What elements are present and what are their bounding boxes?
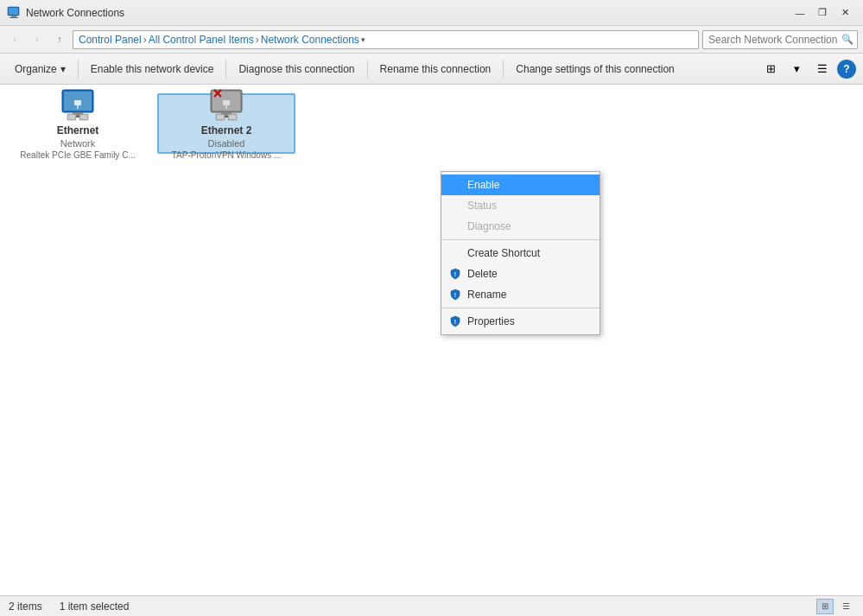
enable-network-button[interactable]: Enable this network device — [83, 57, 222, 81]
ctx-rename[interactable]: ! Rename — [441, 284, 600, 305]
up-button[interactable]: ↑ — [50, 30, 69, 49]
path-control-panel[interactable]: Control Panel — [79, 34, 142, 46]
search-box[interactable]: 🔍 — [702, 30, 858, 49]
ctx-diagnose[interactable]: Diagnose — [441, 216, 600, 237]
svg-rect-18 — [223, 100, 230, 105]
svg-rect-8 — [74, 100, 81, 105]
status-icon — [448, 199, 462, 213]
close-button[interactable]: ✕ — [834, 4, 856, 22]
change-settings-button[interactable]: Change settings of this connection — [508, 57, 682, 81]
title-bar: Network Connections — ❐ ✕ — [0, 0, 863, 26]
svg-rect-1 — [9, 8, 18, 15]
path-dropdown-icon[interactable]: ▾ — [361, 35, 365, 44]
svg-text:!: ! — [454, 292, 456, 298]
rename-shield-icon: ! — [448, 288, 462, 302]
ctx-status[interactable]: Status — [441, 195, 600, 216]
toolbar: Organize ▾ Enable this network device Di… — [0, 54, 863, 85]
svg-text:!: ! — [454, 271, 456, 277]
status-bar-right: ⊞ ☰ — [816, 599, 854, 614]
ctx-enable[interactable]: Enable — [441, 175, 600, 195]
selected-count: 1 item selected — [60, 600, 130, 613]
svg-rect-2 — [11, 16, 16, 17]
ctx-separator-2 — [441, 308, 600, 308]
window-title: Network Connections — [26, 7, 124, 19]
diagnose-icon — [448, 219, 462, 233]
ethernet-name: Ethernet — [57, 124, 99, 137]
toolbar-separator-3 — [367, 60, 368, 79]
ethernet2-icon — [206, 88, 247, 123]
shortcut-icon — [448, 246, 462, 260]
address-bar: ‹ › ↑ Control Panel › All Control Panel … — [0, 26, 863, 54]
ethernet-status: Network — [60, 138, 95, 149]
svg-rect-23 — [229, 115, 236, 119]
ctx-create-shortcut[interactable]: Create Shortcut — [441, 243, 600, 264]
help-button[interactable]: ? — [837, 60, 856, 79]
address-path: Control Panel › All Control Panel Items … — [73, 30, 699, 49]
window-controls: — ❐ ✕ — [789, 4, 856, 22]
content-area: Ethernet Network Realtek PCIe GBE Family… — [0, 85, 863, 595]
enable-icon — [448, 178, 462, 192]
ctx-delete[interactable]: ! Delete — [441, 264, 600, 284]
context-menu: Enable Status Diagnose Create Shortcut !… — [441, 171, 600, 335]
organize-dropdown-icon: ▾ — [60, 63, 66, 75]
ethernet2-status: Disabled — [208, 138, 245, 149]
ethernet-item[interactable]: Ethernet Network Realtek PCIe GBE Family… — [9, 93, 147, 154]
path-all-items[interactable]: All Control Panel Items — [149, 34, 254, 46]
details-view-button[interactable]: ☰ — [811, 58, 834, 80]
view-toggle-button[interactable]: ⊞ — [759, 58, 782, 80]
ethernet-icon — [57, 88, 98, 123]
organize-button[interactable]: Organize ▾ — [7, 57, 73, 81]
rename-button[interactable]: Rename this connection — [372, 57, 499, 81]
delete-shield-icon: ! — [448, 267, 462, 281]
item-count: 2 items — [9, 600, 42, 613]
toolbar-separator-4 — [503, 60, 504, 79]
path-network-connections[interactable]: Network Connections — [261, 34, 359, 46]
toolbar-right: ⊞ ▾ ☰ ? — [759, 58, 856, 80]
restore-button[interactable]: ❐ — [811, 4, 834, 22]
svg-rect-21 — [217, 115, 224, 119]
ctx-separator-1 — [441, 239, 600, 240]
toolbar-separator-2 — [225, 60, 226, 79]
forward-button[interactable]: › — [28, 30, 47, 49]
large-icons-view[interactable]: ⊞ — [816, 599, 834, 614]
app-icon — [7, 6, 21, 20]
svg-rect-13 — [80, 115, 87, 119]
svg-text:!: ! — [454, 319, 456, 325]
ethernet2-name: Ethernet 2 — [201, 124, 252, 137]
ethernet2-adapter: TAP-ProtonVPN Windows ... — [172, 150, 282, 160]
ctx-properties[interactable]: ! Properties — [441, 311, 600, 332]
search-input[interactable] — [708, 34, 838, 46]
diagnose-button[interactable]: Diagnose this connection — [231, 57, 362, 81]
toolbar-separator-1 — [78, 60, 79, 79]
view-dropdown-button[interactable]: ▾ — [785, 58, 808, 80]
back-button[interactable]: ‹ — [5, 30, 24, 49]
ethernet-adapter: Realtek PCIe GBE Family C... — [20, 150, 135, 160]
minimize-button[interactable]: — — [789, 4, 811, 22]
ethernet2-item[interactable]: Ethernet 2 Disabled TAP-ProtonVPN Window… — [157, 93, 295, 154]
search-icon: 🔍 — [841, 34, 853, 45]
status-bar: 2 items 1 item selected ⊞ ☰ — [0, 595, 863, 616]
properties-shield-icon: ! — [448, 314, 462, 328]
svg-rect-11 — [68, 115, 75, 119]
details-view-sm[interactable]: ☰ — [837, 599, 854, 614]
svg-rect-3 — [10, 17, 18, 18]
